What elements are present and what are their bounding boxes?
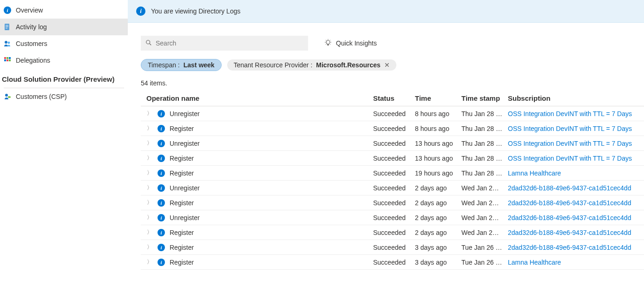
time-cell: 19 hours ago: [415, 166, 461, 181]
pill-prefix: Tenant Resource Provider :: [234, 61, 313, 69]
chevron-right-icon[interactable]: 〉: [146, 258, 153, 266]
table-row[interactable]: 〉iRegisterSucceeded2 days agoWed Jan 27 …: [141, 195, 644, 210]
operation-name: Register: [170, 125, 194, 132]
chevron-right-icon[interactable]: 〉: [146, 154, 153, 162]
operation-name: Unregister: [170, 214, 200, 221]
table-row[interactable]: 〉iRegisterSucceeded19 hours agoThu Jan 2…: [141, 166, 644, 181]
search-input[interactable]: [156, 39, 303, 47]
provider-pill[interactable]: Tenant Resource Provider : Microsoft.Res…: [227, 59, 396, 71]
search-box[interactable]: [141, 36, 308, 51]
timestamp-cell: Wed Jan 27 …: [461, 210, 508, 225]
subscription-link[interactable]: Lamna Healthcare: [508, 259, 561, 266]
table-row[interactable]: 〉iRegisterSucceeded8 hours agoThu Jan 28…: [141, 121, 644, 136]
lightbulb-icon: [324, 39, 332, 48]
sidebar: i Overview Activity log Customers Delega…: [0, 0, 128, 299]
col-header-timestamp[interactable]: Time stamp: [461, 91, 508, 106]
sidebar-item-customers-csp[interactable]: Customers (CSP): [0, 88, 128, 105]
info-banner: i You are viewing Directory Logs: [128, 0, 644, 23]
pill-value: Microsoft.Resources: [316, 61, 380, 69]
subscription-link[interactable]: 2dad32d6-b188-49e6-9437-ca1d51cec4dd: [508, 229, 631, 236]
info-icon: i: [158, 229, 165, 236]
table-row[interactable]: 〉iRegisterSucceeded2 days agoWed Jan 27 …: [141, 225, 644, 240]
svg-rect-10: [7, 59, 8, 61]
status-cell: Succeeded: [373, 210, 415, 225]
timespan-pill[interactable]: Timespan : Last week: [141, 59, 222, 71]
close-icon[interactable]: ✕: [384, 61, 390, 69]
chevron-right-icon[interactable]: 〉: [146, 110, 153, 117]
subscription-link[interactable]: Lamna Healthcare: [508, 169, 561, 177]
table-row[interactable]: 〉iRegisterSucceeded13 hours agoThu Jan 2…: [141, 151, 644, 166]
svg-line-24: [330, 40, 330, 40]
operation-name: Unregister: [170, 140, 200, 147]
svg-rect-3: [6, 28, 7, 28]
subscription-link[interactable]: OSS Integration DevINT with TTL = 7 Days: [508, 155, 632, 162]
quick-insights-label: Quick Insights: [336, 39, 377, 47]
chevron-right-icon[interactable]: 〉: [146, 243, 153, 251]
status-cell: Succeeded: [373, 255, 415, 270]
table-row[interactable]: 〉iRegisterSucceeded3 days agoTue Jan 26 …: [141, 240, 644, 255]
timestamp-cell: Thu Jan 28 …: [461, 121, 508, 136]
subscription-link[interactable]: OSS Integration DevINT with TTL = 7 Days: [508, 125, 632, 132]
time-cell: 2 days ago: [415, 195, 461, 210]
sidebar-item-overview[interactable]: i Overview: [0, 2, 128, 19]
info-icon: i: [158, 259, 165, 266]
sidebar-item-customers[interactable]: Customers: [0, 35, 128, 52]
table-row[interactable]: 〉iUnregisterSucceeded13 hours agoThu Jan…: [141, 136, 644, 151]
chevron-right-icon[interactable]: 〉: [146, 199, 153, 207]
table-row[interactable]: 〉iRegisterSucceeded3 days agoTue Jan 26 …: [141, 255, 644, 270]
table-row[interactable]: 〉iUnregisterSucceeded8 hours agoThu Jan …: [141, 106, 644, 121]
svg-point-14: [146, 40, 150, 44]
quick-insights-button[interactable]: Quick Insights: [324, 39, 377, 48]
filter-pills-row: Timespan : Last week Tenant Resource Pro…: [128, 59, 644, 71]
status-cell: Succeeded: [373, 106, 415, 121]
timestamp-cell: Tue Jan 26 …: [461, 255, 508, 270]
info-icon: i: [158, 140, 165, 147]
svg-point-4: [5, 41, 7, 44]
svg-point-16: [326, 40, 330, 44]
svg-point-12: [5, 94, 8, 97]
subscription-link[interactable]: OSS Integration DevINT with TTL = 7 Days: [508, 140, 632, 147]
svg-rect-8: [9, 57, 11, 59]
subscription-link[interactable]: 2dad32d6-b188-49e6-9437-ca1d51cec4dd: [508, 214, 631, 221]
sidebar-item-label: Activity log: [16, 23, 47, 31]
svg-point-5: [8, 42, 10, 44]
col-header-status[interactable]: Status: [373, 91, 415, 106]
user-cloud-icon: [4, 93, 11, 100]
svg-rect-6: [4, 57, 6, 59]
chevron-right-icon[interactable]: 〉: [146, 139, 153, 147]
chevron-right-icon[interactable]: 〉: [146, 169, 153, 177]
svg-line-15: [150, 43, 151, 45]
chevron-right-icon[interactable]: 〉: [146, 124, 153, 132]
timestamp-cell: Tue Jan 26 …: [461, 240, 508, 255]
svg-rect-7: [7, 57, 8, 59]
table-row[interactable]: 〉iUnregisterSucceeded2 days agoWed Jan 2…: [141, 181, 644, 195]
item-count: 54 items.: [128, 79, 644, 87]
subscription-link[interactable]: OSS Integration DevINT with TTL = 7 Days: [508, 110, 632, 117]
main-content: i You are viewing Directory Logs Quick I…: [128, 0, 644, 299]
subscription-link[interactable]: 2dad32d6-b188-49e6-9437-ca1d51cec4dd: [508, 184, 631, 192]
info-icon: i: [158, 199, 165, 207]
subscription-link[interactable]: 2dad32d6-b188-49e6-9437-ca1d51cec4dd: [508, 244, 631, 251]
sidebar-item-activity-log[interactable]: Activity log: [0, 19, 128, 35]
subscription-link[interactable]: 2dad32d6-b188-49e6-9437-ca1d51cec4dd: [508, 199, 631, 207]
col-header-subscription[interactable]: Subscription: [508, 91, 644, 106]
col-header-time[interactable]: Time: [415, 91, 461, 106]
sidebar-item-delegations[interactable]: Delegations: [0, 52, 128, 69]
chevron-right-icon[interactable]: 〉: [146, 184, 153, 192]
operation-name: Unregister: [170, 110, 200, 117]
info-icon: i: [136, 6, 145, 16]
chevron-right-icon[interactable]: 〉: [146, 228, 153, 236]
info-icon: i: [158, 244, 165, 251]
operation-name: Register: [170, 199, 194, 207]
operation-name: Register: [170, 259, 194, 266]
sidebar-item-label: Overview: [16, 6, 43, 14]
svg-line-21: [326, 40, 326, 40]
time-cell: 2 days ago: [415, 210, 461, 225]
svg-rect-1: [6, 25, 8, 26]
col-header-operation[interactable]: Operation name: [141, 91, 373, 106]
status-cell: Succeeded: [373, 121, 415, 136]
time-cell: 8 hours ago: [415, 106, 461, 121]
table-row[interactable]: 〉iUnregisterSucceeded2 days agoWed Jan 2…: [141, 210, 644, 225]
chevron-right-icon[interactable]: 〉: [146, 214, 153, 221]
controls-row: Quick Insights: [128, 36, 644, 51]
